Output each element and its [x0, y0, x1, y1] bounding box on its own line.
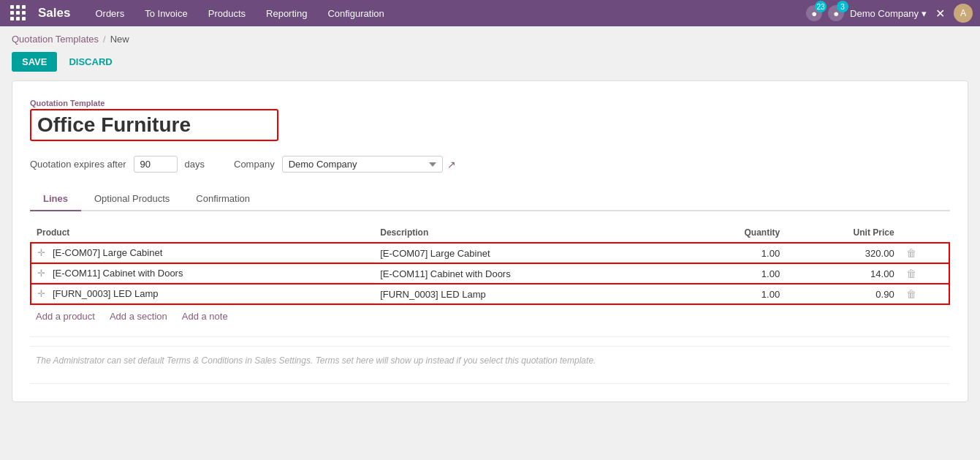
row-delete-col: 🗑 [900, 284, 949, 304]
tab-confirmation[interactable]: Confirmation [183, 187, 263, 211]
table-row: ✛ [E-COM11] Cabinet with Doors [E-COM11]… [31, 263, 949, 284]
breadcrumb: Quotation Templates / New [0, 26, 980, 48]
product-name: [E-COM11] Cabinet with Doors [53, 268, 183, 279]
close-icon[interactable]: ✕ [935, 7, 945, 20]
expires-unit: days [185, 159, 205, 170]
main-menu: Orders To Invoice Products Reporting Con… [85, 0, 806, 26]
row-description: [E-COM07] Large Cabinet [374, 243, 683, 263]
expires-input[interactable] [134, 156, 178, 173]
row-description: [FURN_0003] LED Lamp [374, 284, 683, 304]
company-select[interactable]: Demo Company [282, 156, 443, 173]
save-button[interactable]: SAVE [12, 52, 57, 72]
row-quantity: 1.00 [683, 263, 786, 284]
template-name-input[interactable] [30, 109, 278, 141]
apps-grid-icon[interactable] [7, 2, 29, 24]
tab-optional-products[interactable]: Optional Products [81, 187, 183, 211]
tab-lines[interactable]: Lines [30, 187, 81, 211]
external-link-icon[interactable]: ↗ [447, 159, 456, 170]
avatar[interactable]: A [954, 4, 973, 23]
product-name: [E-COM07] Large Cabinet [53, 247, 162, 258]
row-unit-price: 14.00 [786, 263, 900, 284]
menu-products[interactable]: Products [198, 0, 256, 26]
company-field: Company Demo Company ↗ [234, 156, 456, 173]
company-label: Company [234, 159, 275, 170]
discard-button[interactable]: DISCARD [63, 52, 118, 72]
menu-reporting[interactable]: Reporting [256, 0, 317, 26]
row-delete-col: 🗑 [900, 263, 949, 284]
row-quantity: 1.00 [683, 243, 786, 263]
navbar-right: ● 23 ● 3 Demo Company ▾ ✕ A [806, 4, 973, 23]
expires-field: Quotation expires after days [30, 156, 205, 173]
breadcrumb-parent[interactable]: Quotation Templates [12, 34, 99, 45]
company-switcher[interactable]: Demo Company ▾ [850, 8, 927, 19]
chevron-down-icon: ▾ [922, 8, 927, 19]
table-row: ✛ [E-COM07] Large Cabinet [E-COM07] Larg… [31, 243, 949, 263]
tabs-bar: Lines Optional Products Confirmation [30, 187, 950, 211]
row-product-col: ✛ [FURN_0003] LED Lamp [31, 284, 374, 303]
product-table-body: ✛ [E-COM07] Large Cabinet [E-COM07] Larg… [31, 243, 949, 304]
company-name: Demo Company [850, 8, 919, 19]
avatar-initials: A [960, 8, 966, 18]
breadcrumb-current: New [110, 34, 129, 45]
top-navbar: Sales Orders To Invoice Products Reporti… [0, 0, 980, 26]
messages-count: 3 [837, 1, 848, 12]
row-description: [E-COM11] Cabinet with Doors [374, 263, 683, 284]
add-product-link[interactable]: Add a product [36, 311, 95, 322]
col-unit-price: Unit Price [786, 223, 900, 243]
row-unit-price: 0.90 [786, 284, 900, 304]
row-unit-price: 320.00 [786, 243, 900, 263]
drag-handle-icon[interactable]: ✛ [37, 288, 45, 299]
product-table: Product Description Quantity Unit Price … [30, 223, 950, 305]
delete-row-icon[interactable]: 🗑 [906, 247, 916, 259]
drag-handle-icon[interactable]: ✛ [37, 268, 45, 279]
delete-row-icon[interactable]: 🗑 [906, 268, 916, 279]
row-product-col: ✛ [E-COM07] Large Cabinet [31, 244, 374, 263]
expires-label: Quotation expires after [30, 159, 126, 170]
brand-label: Sales [38, 6, 70, 20]
row-product-col: ✛ [E-COM11] Cabinet with Doors [31, 264, 374, 283]
form-meta-row: Quotation expires after days Company Dem… [30, 156, 950, 173]
col-quantity: Quantity [683, 223, 786, 243]
template-label: Quotation Template [30, 99, 950, 108]
product-name: [FURN_0003] LED Lamp [53, 288, 159, 299]
activity-badge[interactable]: ● 23 [806, 5, 822, 21]
menu-orders[interactable]: Orders [85, 0, 134, 26]
delete-row-icon[interactable]: 🗑 [906, 288, 916, 300]
table-row: ✛ [FURN_0003] LED Lamp [FURN_0003] LED L… [31, 284, 949, 304]
breadcrumb-separator: / [103, 34, 106, 45]
separator [30, 336, 950, 337]
action-bar: SAVE DISCARD [0, 48, 980, 80]
col-product: Product [31, 223, 374, 243]
add-links: Add a product Add a section Add a note [30, 305, 950, 328]
drag-handle-icon[interactable]: ✛ [37, 247, 45, 258]
terms-text: The Administrator can set default Terms … [30, 346, 950, 374]
row-delete-col: 🗑 [900, 243, 949, 263]
activity-count: 23 [815, 1, 827, 12]
menu-to-invoice[interactable]: To Invoice [134, 0, 198, 26]
messages-badge[interactable]: ● 3 [828, 5, 844, 21]
separator-bottom [30, 383, 950, 384]
menu-configuration[interactable]: Configuration [317, 0, 394, 26]
add-note-link[interactable]: Add a note [182, 311, 228, 322]
row-quantity: 1.00 [683, 284, 786, 304]
company-select-wrapper: Demo Company ↗ [282, 156, 456, 173]
table-header: Product Description Quantity Unit Price [31, 223, 949, 243]
form-card: Quotation Template Quotation expires aft… [12, 80, 968, 402]
add-section-link[interactable]: Add a section [110, 311, 167, 322]
col-description: Description [374, 223, 683, 243]
col-actions [900, 223, 949, 243]
